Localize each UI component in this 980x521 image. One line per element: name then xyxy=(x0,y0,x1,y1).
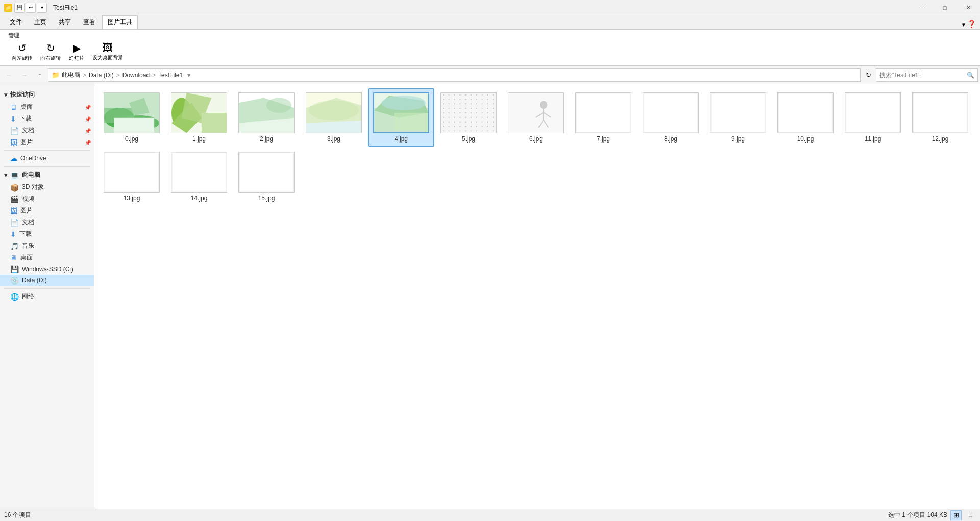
svg-point-95 xyxy=(443,126,444,127)
ribbon-group-label: 管理 xyxy=(8,32,19,39)
file-item[interactable]: 15.jpg xyxy=(233,148,300,206)
svg-point-44 xyxy=(493,99,494,100)
file-item[interactable]: 3.jpg xyxy=(301,88,367,147)
title-bar-left: 📁 💾 ↩ ▾ TestFile1 xyxy=(4,3,78,13)
sidebar-item-pic-label: 图片 xyxy=(20,138,33,147)
file-thumbnail xyxy=(238,152,295,193)
svg-point-22 xyxy=(381,96,426,110)
file-item[interactable]: 10.jpg xyxy=(772,88,839,147)
ribbon-btn-rotate-left[interactable]: ↺ 向左旋转 xyxy=(8,40,36,63)
download-icon: ⬇ xyxy=(10,115,16,123)
refresh-btn[interactable]: ↻ xyxy=(862,68,875,82)
qs-save-btn[interactable]: 💾 xyxy=(14,3,24,13)
svg-point-38 xyxy=(459,99,460,100)
file-item[interactable]: 0.jpg xyxy=(99,88,165,147)
qs-undo-btn[interactable]: ↩ xyxy=(26,3,36,13)
ribbon-btn-rotate-right[interactable]: ↻ 向右旋转 xyxy=(37,40,64,63)
sidebar-item-onedrive[interactable]: ☁ OneDrive xyxy=(0,153,94,164)
window-controls: ─ □ ✕ xyxy=(910,0,980,15)
sidebar: ▾ 快速访问 🖥 桌面 📌 ⬇ 下载 📌 📄 文档 📌 🖼 图片 � xyxy=(0,84,94,509)
file-item[interactable]: 8.jpg xyxy=(638,88,704,147)
tab-picture-tools[interactable]: 图片工具 xyxy=(102,15,138,29)
view-list-btn[interactable]: ≡ xyxy=(965,510,976,520)
tab-view[interactable]: 查看 xyxy=(78,15,101,29)
sidebar-item-desktop-quick[interactable]: 🖥 桌面 📌 xyxy=(0,101,94,113)
file-item[interactable]: 1.jpg xyxy=(166,88,232,147)
path-item-download[interactable]: Download xyxy=(122,72,150,79)
svg-point-49 xyxy=(465,103,466,104)
svg-point-31 xyxy=(476,94,477,96)
svg-point-59 xyxy=(465,108,466,109)
file-item[interactable]: 11.jpg xyxy=(840,88,906,147)
sidebar-item-network[interactable]: 🌐 网络 xyxy=(0,291,94,302)
search-input[interactable] xyxy=(879,72,965,79)
sidebar-item-desktop-pc[interactable]: 🖥 桌面 xyxy=(0,252,94,264)
svg-point-86 xyxy=(449,122,450,123)
view-large-icon-btn[interactable]: ⊞ xyxy=(950,510,962,520)
sidebar-item-video[interactable]: 🎬 视频 xyxy=(0,193,94,205)
path-item-datad[interactable]: Data (D:) xyxy=(89,72,114,79)
sidebar-item-3d[interactable]: 📦 3D 对象 xyxy=(0,181,94,193)
minimize-button[interactable]: ─ xyxy=(910,0,933,15)
sidebar-item-drive-c[interactable]: 💾 Windows-SSD (C:) xyxy=(0,264,94,275)
sidebar-item-download-quick[interactable]: ⬇ 下载 📌 xyxy=(0,113,94,125)
maximize-button[interactable]: □ xyxy=(933,0,957,15)
file-item[interactable]: 12.jpg xyxy=(907,88,973,147)
path-dropdown-btn[interactable]: ▼ xyxy=(186,72,192,79)
path-item-testfile1[interactable]: TestFile1 xyxy=(158,72,183,79)
close-button[interactable]: ✕ xyxy=(957,0,980,15)
file-item[interactable]: 6.jpg xyxy=(503,88,569,147)
file-thumbnail xyxy=(508,92,564,133)
file-item[interactable]: 9.jpg xyxy=(705,88,771,147)
file-item[interactable]: 2.jpg xyxy=(233,88,300,147)
file-label: 10.jpg xyxy=(797,135,814,143)
svg-point-85 xyxy=(443,122,444,123)
sidebar-thispc-header: ▾ 💻 此电脑 xyxy=(0,169,94,181)
address-path[interactable]: 📁 此电脑 > Data (D:) > Download > TestFile1… xyxy=(48,68,861,82)
help-btn[interactable]: ❓ xyxy=(967,20,976,28)
svg-point-74 xyxy=(493,112,494,113)
svg-point-64 xyxy=(493,108,494,109)
nav-back-btn[interactable]: ← xyxy=(2,68,16,82)
sidebar-item-pic-quick[interactable]: 🖼 图片 📌 xyxy=(0,136,94,148)
file-item[interactable]: 13.jpg xyxy=(99,148,165,206)
file-label: 15.jpg xyxy=(258,195,275,202)
ribbon-btn-slideshow[interactable]: ▶ 幻灯片 xyxy=(65,40,88,63)
ribbon-expand-btn[interactable]: ▾ xyxy=(962,21,965,28)
sidebar-item-pic-pc[interactable]: 🖼 图片 xyxy=(0,205,94,217)
file-item[interactable]: 5.jpg xyxy=(435,88,502,147)
sidebar-item-doc-quick[interactable]: 📄 文档 📌 xyxy=(0,125,94,136)
sidebar-item-doc-pc[interactable]: 📄 文档 xyxy=(0,217,94,228)
svg-point-45 xyxy=(443,103,444,104)
svg-point-18 xyxy=(309,100,359,120)
rotate-left-icon: ↺ xyxy=(18,42,27,54)
ribbon-btn-setbg[interactable]: 🖼 设为桌面背景 xyxy=(89,40,127,63)
tab-share[interactable]: 共享 xyxy=(53,15,77,29)
sidebar-item-desktop-label: 桌面 xyxy=(20,103,33,111)
desktop-pc-icon: 🖥 xyxy=(10,254,17,262)
nav-forward-btn[interactable]: → xyxy=(17,68,32,82)
tab-home[interactable]: 主页 xyxy=(29,15,52,29)
sidebar-item-music[interactable]: 🎵 音乐 xyxy=(0,240,94,252)
sidebar-divider2 xyxy=(4,166,90,167)
svg-point-126 xyxy=(540,101,548,109)
file-item[interactable]: 14.jpg xyxy=(166,148,232,206)
svg-point-14 xyxy=(266,98,291,113)
svg-rect-140 xyxy=(845,93,900,133)
svg-point-28 xyxy=(459,94,460,96)
search-icon[interactable]: 🔍 xyxy=(967,72,974,79)
sidebar-item-download-pc[interactable]: ⬇ 下载 xyxy=(0,228,94,240)
file-thumbnail xyxy=(710,92,766,133)
file-item[interactable]: 4.jpg xyxy=(368,88,434,147)
svg-point-70 xyxy=(471,112,472,113)
svg-point-41 xyxy=(476,99,477,100)
file-label: 0.jpg xyxy=(125,135,138,143)
file-item[interactable]: 7.jpg xyxy=(570,88,636,147)
search-box[interactable]: 🔍 xyxy=(876,68,978,82)
path-item-thispc[interactable]: 此电脑 xyxy=(62,70,80,79)
qs-dropdown-btn[interactable]: ▾ xyxy=(37,3,47,13)
tab-file[interactable]: 文件 xyxy=(4,15,28,29)
sidebar-item-drive-d[interactable]: 💿 Data (D:) xyxy=(0,275,94,286)
svg-point-55 xyxy=(443,108,444,109)
nav-up-btn[interactable]: ↑ xyxy=(33,68,47,82)
